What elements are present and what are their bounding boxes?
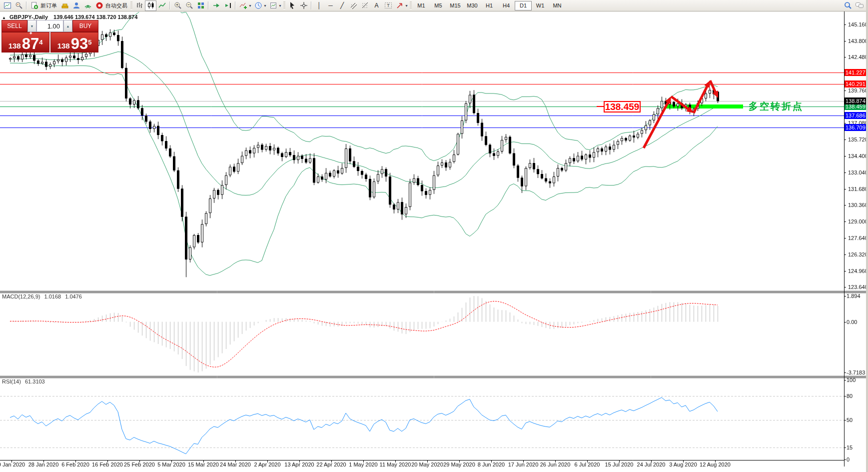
price-axis-tick: 145.160	[848, 22, 868, 28]
fibonacci-tool-icon[interactable]	[359, 0, 371, 11]
rsi-scale-label: 80	[847, 393, 853, 399]
date-axis-label: 26 Jun 2020	[540, 462, 571, 468]
periods-dropdown-icon[interactable]: ▾	[263, 4, 267, 8]
macd-scale-label: 1.894	[847, 293, 861, 299]
template-icon[interactable]	[267, 0, 279, 11]
symbol-title: ▲ GBPJPY-,Daily 139.646 139.674 138.720 …	[2, 14, 137, 20]
price-axis-tick: 142.480	[848, 54, 868, 60]
date-axis-label: 15 Mar 2020	[188, 462, 219, 468]
price-level-flag: 138.874	[845, 98, 867, 104]
candlestick-style-icon[interactable]	[145, 0, 156, 11]
bar-chart-style-icon[interactable]	[133, 0, 145, 11]
crosshair-icon[interactable]	[298, 0, 309, 11]
horizontal-line-tool-icon[interactable]: ─	[325, 0, 336, 11]
rsi-scale-label: 15	[847, 444, 853, 450]
date-axis-label: 6 Feb 2020	[61, 462, 89, 468]
rsi-name: RSI(14)	[2, 378, 21, 384]
auto-trading-icon[interactable]	[93, 0, 105, 11]
price-axis-tick: 124.960	[848, 268, 868, 274]
zoom-in-icon[interactable]	[172, 0, 183, 11]
new-order-icon[interactable]	[28, 0, 40, 11]
price-axis-tick: 126.320	[848, 252, 868, 258]
date-axis-label: 15 Jul 2020	[605, 462, 634, 468]
date-axis-label: 8 Jun 2020	[478, 462, 505, 468]
price-callout-tick	[597, 106, 604, 107]
price-level-flag: 141.227	[845, 69, 867, 76]
new-order-label[interactable]: 新订单	[40, 2, 57, 10]
tick-chart-icon[interactable]	[13, 0, 24, 11]
price-callout-box: 138.459	[604, 101, 641, 112]
timeframe-button-M15[interactable]: M15	[447, 1, 464, 10]
signal-icon[interactable]	[82, 0, 93, 11]
price-level-flag: 137.686	[845, 112, 867, 119]
timeframe-buttons: M1M5M15M30H1H4D1W1MN	[413, 1, 566, 10]
volume-input[interactable]: 1.00	[36, 20, 63, 32]
sell-button[interactable]: SELL	[1, 20, 27, 32]
vertical-line-tool-icon[interactable]: │	[313, 0, 325, 11]
sell-price-mid: 87	[22, 37, 39, 51]
price-axis-tick: 139.760	[848, 88, 868, 94]
auto-trading-label[interactable]: 自动交易	[105, 2, 127, 10]
toolbar: 新订单 自动交易 ▾ ▾ ▾ │ ─ ╱ A T ▾	[0, 0, 868, 12]
timeframe-button-H4[interactable]: H4	[498, 1, 515, 10]
price-axis-tick: 134.400	[848, 153, 868, 159]
timeframe-button-M1[interactable]: M1	[413, 1, 430, 10]
price-axis-tick: 129.000	[848, 218, 868, 224]
line-chart-style-icon[interactable]	[156, 0, 168, 11]
auto-scroll-icon[interactable]	[210, 0, 222, 11]
template-dropdown-icon[interactable]: ▾	[278, 4, 282, 8]
periods-icon[interactable]	[252, 0, 264, 11]
timeframe-button-H1[interactable]: H1	[481, 1, 498, 10]
zoom-out-icon[interactable]	[183, 0, 195, 11]
rsi-scale-label: 0	[847, 456, 850, 462]
timeframe-button-W1[interactable]: W1	[532, 1, 549, 10]
date-axis-label: 11 May 2020	[380, 462, 411, 468]
date-axis-label: 12 Aug 2020	[700, 462, 731, 468]
timeframe-button-M5[interactable]: M5	[430, 1, 447, 10]
indicators-icon[interactable]	[237, 0, 249, 11]
symbol-name: GBPJPY-,Daily	[9, 14, 48, 20]
date-axis-label: 24 Jul 2020	[637, 462, 666, 468]
panel-settings-icon[interactable]: ◆	[29, 31, 32, 35]
date-axis-label: 28 Jan 2020	[28, 462, 59, 468]
gold-icon[interactable]	[59, 0, 70, 11]
collapse-panel-icon[interactable]: ▲	[2, 16, 6, 20]
rsi-scale-label: 100	[847, 377, 856, 383]
date-axis-label: 3 Aug 2020	[669, 462, 697, 468]
sell-price-big: 138	[8, 42, 21, 51]
chat-icon[interactable]	[854, 0, 865, 11]
text-tool-icon[interactable]: A	[371, 0, 382, 11]
price-axis-tick: 127.640	[848, 235, 868, 241]
one-click-trading-panel: SELL ▼ 1.00 ▲ BUY ◆ 138 87 4 138 93 5	[1, 20, 98, 52]
chart-window-icon[interactable]	[1, 0, 13, 11]
buy-button[interactable]: BUY	[72, 20, 98, 32]
price-level-flag: 140.291	[845, 80, 867, 88]
date-axis-label: 9 Jan 2020	[0, 462, 25, 468]
chart-canvas[interactable]	[0, 0, 868, 472]
chart-shift-icon[interactable]	[222, 0, 233, 11]
price-axis-tick: 133.040	[848, 170, 868, 176]
timeframe-button-M30[interactable]: M30	[464, 1, 481, 10]
tile-windows-icon[interactable]	[195, 0, 206, 11]
trendline-tool-icon[interactable]: ╱	[336, 0, 348, 11]
price-axis-tick: 123.640	[848, 284, 868, 290]
shapes-tool-icon[interactable]	[394, 0, 405, 11]
text-label-tool-icon[interactable]: T	[382, 0, 394, 11]
window-right-border	[866, 0, 868, 472]
price-axis-tick: 131.680	[848, 186, 868, 192]
indicators-dropdown-icon[interactable]: ▾	[248, 4, 252, 8]
channel-tool-icon[interactable]	[348, 0, 359, 11]
buy-price[interactable]: 138 93 5	[50, 32, 98, 52]
date-axis-label: 25 Feb 2020	[124, 462, 155, 468]
search-icon[interactable]	[842, 0, 854, 11]
volume-up-button[interactable]: ▲	[63, 20, 72, 32]
shapes-dropdown-icon[interactable]: ▾	[404, 4, 409, 8]
community-icon[interactable]	[70, 0, 82, 11]
cursor-icon[interactable]	[286, 0, 298, 11]
timeframe-button-MN[interactable]: MN	[549, 1, 566, 10]
sell-price[interactable]: ◆ 138 87 4	[1, 32, 49, 52]
timeframe-button-D1[interactable]: D1	[515, 1, 532, 10]
buy-price-mid: 93	[71, 37, 88, 51]
volume-down-button[interactable]: ▼	[27, 20, 36, 32]
date-axis-label: 5 Mar 2020	[157, 462, 185, 468]
